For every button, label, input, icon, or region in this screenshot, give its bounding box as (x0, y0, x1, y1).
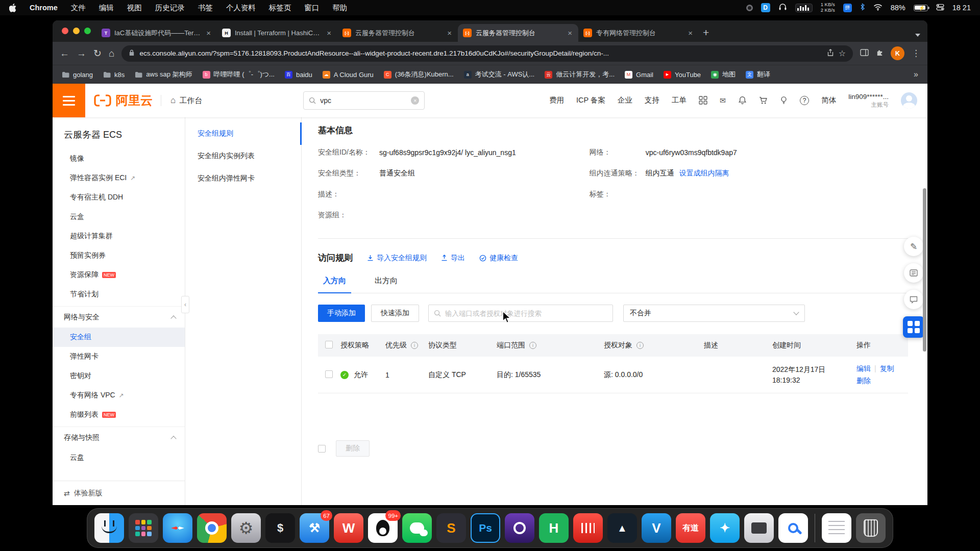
console-apps-icon[interactable] (699, 96, 707, 105)
sidebar-item-eni[interactable]: 弹性网卡 (53, 347, 185, 366)
tab-close-icon[interactable]: × (687, 29, 694, 37)
bookmark-star-icon[interactable]: ☆ (839, 48, 846, 58)
manual-add-button[interactable]: 手动添加 (318, 305, 365, 322)
notes-app-icon[interactable] (822, 513, 851, 543)
copy-link[interactable]: 复制 (880, 364, 894, 372)
wechat-app-icon[interactable] (402, 513, 432, 543)
bookmark-translate[interactable]: 文 翻译 (746, 70, 770, 79)
delete-link[interactable]: 删除 (856, 377, 871, 385)
bookmark-csdn[interactable]: C (36条消息)Kubern... (384, 70, 454, 79)
bookmark-cloud-dev[interactable]: 云 做云计算开发，考... (545, 70, 615, 79)
profile-avatar[interactable]: K (891, 46, 904, 60)
apple-logo-icon[interactable] (9, 4, 16, 12)
bookmark-acloudguru[interactable]: ☁ A Cloud Guru (323, 71, 374, 79)
merge-select[interactable]: 不合并 (623, 305, 805, 322)
dark-app-icon[interactable]: ▲ (607, 513, 637, 543)
home-button[interactable]: ⌂ (109, 48, 114, 58)
footer-checkbox[interactable] (318, 445, 326, 453)
xcode-app-icon[interactable]: ⚒67 (300, 513, 329, 543)
nav-tickets[interactable]: 工单 (672, 95, 687, 105)
row-checkbox[interactable] (325, 370, 333, 378)
music-app-icon[interactable] (573, 513, 603, 543)
sidebar-collapse-handle[interactable]: ‹ (181, 296, 189, 313)
sidebar-item-disks[interactable]: 云盘 (53, 448, 185, 467)
system-settings-app-icon[interactable]: ⚙ (231, 513, 261, 543)
tab-close-icon[interactable]: × (446, 29, 453, 37)
menu-history[interactable]: 历史记录 (155, 3, 185, 13)
account-info[interactable]: lin909******... 主账号 (848, 92, 889, 109)
sidebar-item-images[interactable]: 镜像 (53, 149, 185, 168)
menu-bookmarks[interactable]: 书签 (198, 3, 213, 13)
nav-billing[interactable]: 费用 (549, 95, 564, 105)
sublime-text-app-icon[interactable]: S (436, 513, 466, 543)
utility-app-icon[interactable] (744, 513, 774, 543)
sidebar-item-savings[interactable]: 节省计划 (53, 285, 185, 304)
subnav-enis[interactable]: 安全组内弹性网卡 (185, 167, 301, 190)
bookmarks-overflow-icon[interactable]: » (914, 70, 918, 79)
nav-enterprise[interactable]: 企业 (618, 95, 632, 105)
sidebar-section-storage[interactable]: 存储与快照 (53, 427, 185, 448)
zoom-window-button[interactable] (84, 28, 91, 34)
tab-ecs-console-active[interactable]: [-] 云服务器管理控制台 × (458, 24, 578, 42)
wps-app-icon[interactable]: W (334, 513, 363, 543)
remote-tool-app-icon[interactable]: ✦ (710, 513, 740, 543)
input-source-icon[interactable]: 拼 (843, 4, 852, 12)
tab-close-icon[interactable]: × (326, 29, 332, 37)
bookmark-gmail[interactable]: M Gmail (625, 71, 653, 79)
tab-search-chevron-icon[interactable] (915, 34, 920, 37)
sidebar-item-eci[interactable]: 弹性容器实例 ECI↗ (53, 168, 185, 188)
chrome-app-icon[interactable] (197, 513, 227, 543)
sidebar-item-ddh[interactable]: 专有宿主机 DDH (53, 188, 185, 207)
share-icon[interactable] (827, 49, 834, 58)
stats-widget-icon[interactable] (795, 4, 813, 12)
youdao-app-icon[interactable]: 有道 (676, 513, 705, 543)
page-scrollbar[interactable] (923, 188, 926, 352)
language-switch[interactable]: 简体 (821, 95, 836, 105)
forward-button[interactable]: → (77, 48, 86, 58)
aliyun-logo[interactable]: 阿里云 (85, 92, 161, 109)
set-isolation-link[interactable]: 设置成组内隔离 (679, 169, 729, 178)
workbench-link[interactable]: ⌂ 工作台 (161, 95, 211, 106)
launchpad-app-icon[interactable] (129, 513, 158, 543)
tab-outbound[interactable]: 出方向 (370, 276, 403, 293)
address-bar[interactable]: ecs.console.aliyun.com/?spm=5176.1281809… (121, 45, 853, 62)
docker-menubar-icon[interactable]: D (761, 3, 770, 12)
try-new-version[interactable]: ⇄体验新版 (53, 481, 185, 505)
new-tab-button[interactable]: + (703, 27, 709, 39)
health-check-link[interactable]: 健康检查 (479, 254, 518, 263)
console-search-input[interactable] (320, 96, 386, 105)
tab-vpc-console[interactable]: [-] 专有网络管理控制台 × (578, 24, 699, 42)
import-rules-link[interactable]: 导入安全组规则 (367, 254, 427, 263)
menu-file[interactable]: 文件 (71, 3, 86, 13)
bulb-icon[interactable] (780, 96, 788, 105)
port-info-icon[interactable]: i (529, 342, 536, 349)
tab-close-icon[interactable]: × (205, 29, 212, 37)
bookmark-folder-golang[interactable]: golang (62, 71, 93, 79)
subnav-rules[interactable]: 安全组规则 (185, 122, 301, 145)
clear-search-icon[interactable]: × (411, 96, 419, 105)
bookmark-youtube[interactable]: ▶ YouTube (664, 71, 701, 79)
tab-close-icon[interactable]: × (567, 29, 573, 37)
quick-add-button[interactable]: 快速添加 (371, 305, 419, 322)
mail-icon[interactable]: ✉ (720, 96, 726, 105)
bookmark-maps[interactable]: ◉ 地图 (711, 70, 736, 79)
close-window-button[interactable] (62, 28, 68, 34)
rules-search-input[interactable] (445, 310, 607, 317)
vscode-app-icon[interactable]: V (642, 513, 671, 543)
edit-link[interactable]: 编辑 (856, 364, 871, 372)
batch-delete-button[interactable]: 删除 (336, 440, 370, 457)
nav-support[interactable]: 支持 (645, 95, 659, 105)
menu-window[interactable]: 窗口 (304, 3, 319, 13)
rules-search-box[interactable] (428, 305, 613, 322)
nav-icp[interactable]: ICP 备案 (576, 95, 605, 105)
target-info-icon[interactable]: i (636, 342, 644, 349)
minimize-window-button[interactable] (73, 28, 80, 34)
tab-inbound[interactable]: 入方向 (318, 276, 351, 293)
subnav-instances[interactable]: 安全组内实例列表 (185, 145, 301, 167)
bookmark-bilibili[interactable]: b 哔哩哔哩 (゜-゜)つ... (203, 70, 275, 79)
priority-info-icon[interactable]: i (411, 342, 418, 349)
menu-view[interactable]: 视图 (127, 3, 142, 13)
chrome-menu-icon[interactable]: ⋮ (912, 48, 920, 59)
menu-edit[interactable]: 编辑 (99, 3, 114, 13)
mini-program-qr-button[interactable] (903, 316, 924, 338)
